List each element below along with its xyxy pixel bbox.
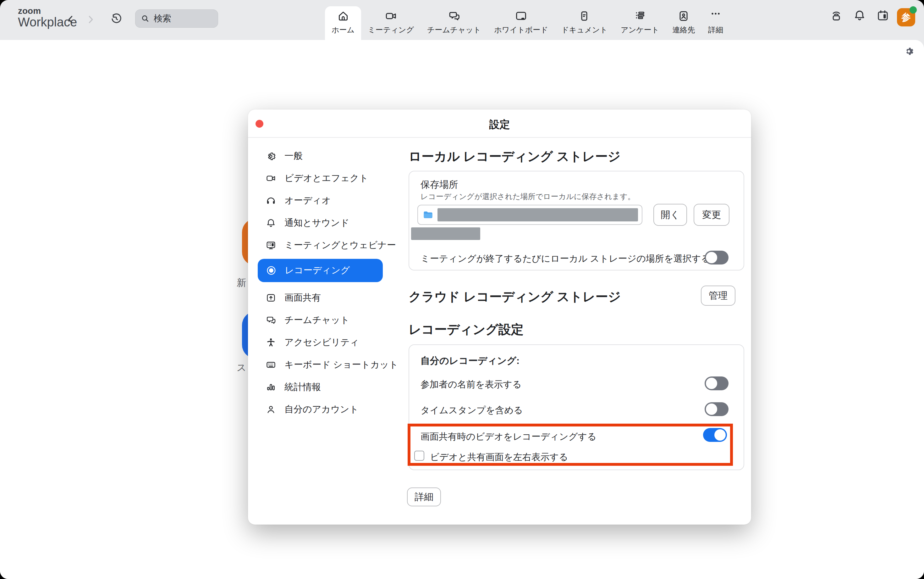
presence-dot — [909, 6, 917, 13]
whiteboard-icon — [515, 10, 528, 23]
recording-settings-card: 自分のレコーディング: 参加者の名前を表示する タイムスタンプを含める 画面共有… — [409, 344, 744, 470]
sidebar-item-team-chat[interactable]: チームチャット — [257, 309, 386, 331]
tab-label: ホーム — [332, 25, 355, 35]
calendar-button[interactable] — [876, 9, 890, 22]
meeting-screen-icon — [266, 240, 276, 251]
sidebar-label: オーディオ — [284, 195, 331, 207]
avatar-initial: 参 — [901, 11, 911, 24]
home-settings-button[interactable] — [903, 45, 914, 57]
sidebar-label: チームチャット — [284, 314, 349, 327]
tab-meetings[interactable]: ミーティング — [361, 6, 420, 40]
local-storage-heading: ローカル レコーディング ストレージ — [409, 148, 621, 165]
screen-share-icon — [266, 293, 276, 303]
sidebar-item-statistics[interactable]: 統計情報 — [257, 376, 386, 398]
show-participant-names-toggle[interactable] — [705, 376, 728, 390]
tab-label: ホワイトボード — [494, 25, 548, 35]
devices-icon — [830, 9, 843, 22]
sidebar-item-meetings-webinars[interactable]: ミーティングとウェビナー — [257, 234, 386, 256]
contacts-icon — [677, 10, 690, 23]
save-location-field[interactable] — [417, 205, 642, 225]
main-tabs: ホーム ミーティング チームチャット ホワイトボード — [325, 6, 730, 40]
manage-button[interactable]: 管理 — [701, 286, 735, 306]
sidebar-item-my-account[interactable]: 自分のアカウント — [257, 399, 386, 420]
video-icon — [385, 10, 398, 23]
sidebar-item-notifications[interactable]: 通知とサウンド — [257, 212, 386, 234]
tab-home[interactable]: ホーム — [325, 6, 361, 40]
include-timestamp-toggle[interactable] — [705, 402, 728, 416]
change-button[interactable]: 変更 — [694, 204, 730, 226]
sidebar-item-screen-share[interactable]: 画面共有 — [257, 287, 386, 309]
choose-location-toggle[interactable] — [705, 251, 728, 265]
calendar-icon — [876, 9, 890, 22]
tab-surveys[interactable]: アンケート — [614, 6, 666, 40]
headphones-icon — [266, 195, 276, 206]
dialog-title: 設定 — [248, 118, 751, 132]
video-icon — [266, 173, 276, 184]
search-icon — [140, 14, 150, 23]
side-by-side-checkbox[interactable] — [414, 451, 424, 461]
notifications-button[interactable] — [853, 9, 866, 22]
tab-label: ミーティング — [368, 25, 414, 35]
recording-settings-heading: レコーディング設定 — [409, 321, 523, 338]
connected-devices-button[interactable] — [830, 9, 843, 22]
tab-docs[interactable]: ドキュメント — [555, 6, 614, 40]
open-button[interactable]: 開く — [653, 204, 687, 226]
sidebar-item-general[interactable]: 一般 — [257, 145, 386, 167]
chat-icon — [448, 10, 461, 23]
account-icon — [266, 404, 276, 415]
sidebar-label: 画面共有 — [284, 291, 321, 304]
sidebar-label: 自分のアカウント — [284, 403, 359, 416]
sidebar-item-audio[interactable]: オーディオ — [257, 190, 386, 212]
tab-label: 連絡先 — [672, 25, 695, 35]
advanced-button[interactable]: 詳細 — [407, 487, 441, 506]
sidebar-label: ビデオとエフェクト — [284, 172, 368, 185]
folder-icon — [422, 209, 434, 221]
tab-contacts[interactable]: 連絡先 — [666, 6, 701, 40]
home-icon — [337, 10, 350, 23]
tab-more[interactable]: 詳細 — [701, 6, 730, 40]
settings-dialog: 設定 一般 ビデオとエフェクト オーディオ 通知とサウンド ミーティングとウェビ… — [248, 110, 751, 525]
back-button[interactable] — [64, 13, 78, 26]
manage-button-label: 管理 — [709, 290, 728, 302]
tab-label: アンケート — [621, 25, 659, 35]
choose-location-toggle-label: ミーティングが終了するたびにローカル ストレージの場所を選択する — [420, 252, 710, 265]
advanced-button-label: 詳細 — [414, 491, 433, 504]
sidebar-item-accessibility[interactable]: アクセシビリティ — [257, 332, 386, 353]
record-video-during-share-label: 画面共有時のビデオをレコーディングする — [420, 430, 596, 443]
record-video-during-share-toggle[interactable] — [703, 428, 727, 442]
open-button-label: 開く — [661, 209, 680, 221]
include-timestamp-label: タイムスタンプを含める — [420, 404, 523, 417]
sidebar-label: レコーディング — [285, 264, 350, 277]
change-button-label: 変更 — [702, 209, 721, 221]
keyboard-icon — [266, 360, 276, 370]
save-location-label: 保存場所 — [420, 178, 458, 191]
sidebar-label: キーボード ショートカット — [284, 358, 398, 371]
save-location-path-redacted — [437, 208, 638, 221]
gear-icon — [266, 150, 276, 161]
new-meeting-label: 新 — [237, 276, 246, 290]
accessibility-icon — [266, 337, 276, 348]
tab-team-chat[interactable]: チームチャット — [420, 6, 487, 40]
sidebar-item-keyboard-shortcuts[interactable]: キーボード ショートカット — [257, 354, 386, 376]
stats-icon — [266, 382, 276, 393]
history-icon — [110, 13, 122, 25]
search-input[interactable]: 検索 — [135, 10, 218, 28]
tab-label: 詳細 — [708, 25, 723, 35]
history-button[interactable] — [109, 12, 123, 26]
toggle-knob — [706, 378, 717, 389]
side-by-side-checkbox-label: ビデオと共有画面を左右表示する — [430, 451, 568, 464]
survey-icon — [633, 10, 647, 23]
forward-button[interactable] — [83, 13, 98, 26]
toolbar: zoom Workplace 検索 — [0, 0, 924, 40]
chevron-left-icon — [65, 14, 76, 25]
path-overflow-redacted — [411, 227, 480, 240]
document-icon — [578, 10, 591, 23]
gear-icon — [903, 45, 914, 57]
search-placeholder: 検索 — [154, 13, 171, 25]
record-icon — [266, 265, 277, 276]
sidebar-item-video-effects[interactable]: ビデオとエフェクト — [257, 167, 386, 189]
tab-whiteboard[interactable]: ホワイトボード — [487, 6, 554, 40]
sidebar-item-recording[interactable]: レコーディング — [258, 259, 383, 282]
bell-icon — [266, 218, 276, 228]
local-storage-card: 保存場所 レコーディングが選択された場所でローカルに保存されます。 開く 変更 … — [409, 171, 744, 270]
